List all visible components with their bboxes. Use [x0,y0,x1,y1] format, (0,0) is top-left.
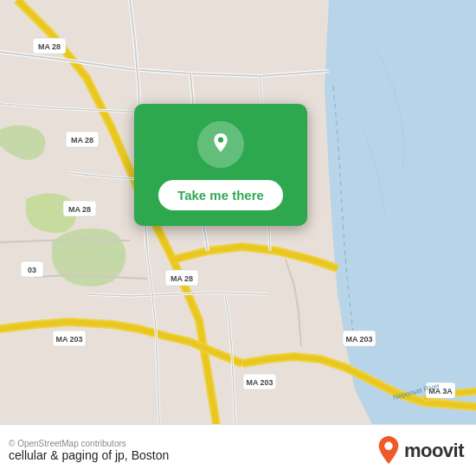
map-container: MA 28 MA 28 MA 28 MA 28 MA 203 MA 203 MA… [0,0,476,424]
place-name: cellular & paging of jp, Boston [9,448,169,462]
svg-text:MA 203: MA 203 [55,335,82,344]
moovit-logo: moovit [376,436,464,466]
svg-text:MA 28: MA 28 [68,205,91,214]
location-pin-icon [209,133,232,156]
svg-point-21 [384,441,392,449]
svg-text:MA 28: MA 28 [71,136,93,145]
svg-text:MA 28: MA 28 [38,42,61,51]
svg-text:MA 203: MA 203 [345,335,372,344]
popup-card: Take me there [134,104,307,226]
bottom-bar: © OpenStreetMap contributors cellular & … [0,424,476,476]
bottom-left: © OpenStreetMap contributors cellular & … [9,439,169,462]
svg-text:MA 28: MA 28 [170,274,193,283]
attribution-text: © OpenStreetMap contributors [9,439,169,448]
moovit-text: moovit [404,440,464,462]
svg-text:03: 03 [28,266,36,274]
svg-text:MA 203: MA 203 [246,378,273,387]
take-me-there-button[interactable]: Take me there [158,180,283,210]
svg-point-20 [218,138,223,143]
moovit-pin-icon [376,436,401,466]
location-icon-wrapper [197,121,244,168]
